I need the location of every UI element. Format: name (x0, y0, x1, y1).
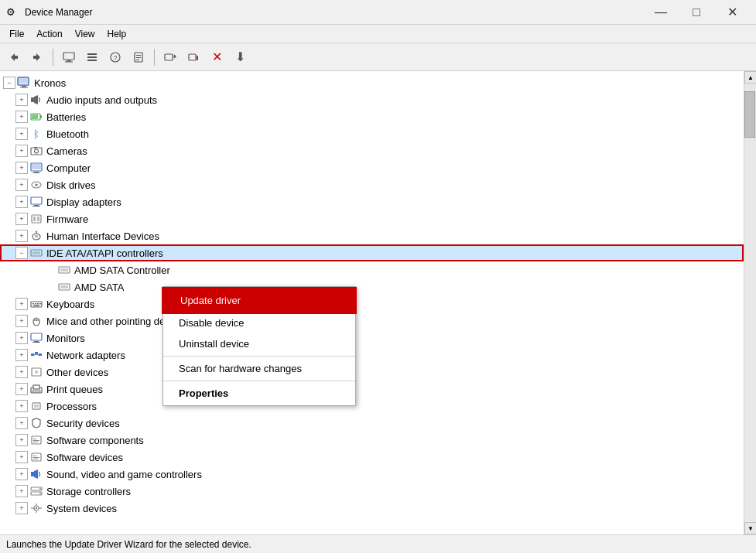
title-controls: — □ ✕ (643, 0, 750, 25)
ide-expand[interactable]: − (15, 247, 28, 259)
context-properties[interactable]: Properties (163, 383, 355, 404)
tree-item-security[interactable]: + Security devices (0, 415, 744, 432)
batteries-label: Batteries (46, 111, 86, 123)
svg-rect-90 (33, 459, 38, 459)
menu-view[interactable]: View (69, 27, 101, 41)
menu-bar: File Action View Help (0, 25, 756, 43)
help-button[interactable]: ? (104, 46, 126, 68)
root-label: Kronos (34, 77, 66, 89)
tree-item-bluetooth[interactable]: + ᛒ Bluetooth (0, 125, 744, 142)
scan-button[interactable] (159, 46, 181, 68)
tree-item-batteries[interactable]: + Batteries (0, 108, 744, 125)
tree-item-audio[interactable]: + Audio inputs and outputs (0, 91, 744, 108)
tree-item-display[interactable]: + Display adapters (0, 193, 744, 210)
mice-expand[interactable]: + (15, 315, 28, 327)
amd-sata-controller-icon (57, 264, 71, 276)
tree-item-computer[interactable]: + Computer (0, 159, 744, 176)
scroll-up[interactable]: ▲ (744, 71, 756, 84)
tree-item-system[interactable]: + System devices (0, 500, 744, 517)
update-button[interactable]: ⬇ (229, 46, 251, 68)
tree-item-amd-sata-controller[interactable]: AMD SATA Controller (0, 261, 744, 278)
svg-rect-26 (32, 114, 38, 119)
cameras-expand[interactable]: + (15, 145, 28, 157)
tree-item-firmware[interactable]: + Firmware (0, 210, 744, 227)
computer-button[interactable] (58, 46, 80, 68)
tree-item-amd-sata[interactable]: AMD SATA (0, 278, 744, 295)
keyboards-icon (29, 298, 43, 310)
sound-expand[interactable]: + (15, 468, 28, 480)
tree-item-print[interactable]: + Print queues (0, 381, 744, 398)
bluetooth-label: Bluetooth (46, 128, 89, 140)
tree-item-ide[interactable]: − IDE ATA/ATAPI controllers (0, 244, 744, 261)
tree-item-mice[interactable]: + Mice and other pointing devices (0, 312, 744, 329)
tree-root[interactable]: − Kronos (0, 74, 744, 91)
sw-components-icon (29, 434, 43, 446)
audio-expand[interactable]: + (15, 94, 28, 106)
network-expand[interactable]: + (15, 349, 28, 361)
cameras-icon (29, 145, 43, 157)
minimize-button[interactable]: — (643, 0, 679, 25)
svg-rect-88 (33, 456, 36, 456)
scroll-thumb[interactable] (744, 91, 755, 138)
keyboards-expand[interactable]: + (15, 298, 28, 310)
context-disable-device[interactable]: Disable device (163, 312, 355, 333)
print-expand[interactable]: + (15, 383, 28, 395)
security-expand[interactable]: + (15, 417, 28, 429)
sw-devices-expand[interactable]: + (15, 451, 28, 463)
tree-item-disk[interactable]: + Disk drives (0, 176, 744, 193)
add-button[interactable] (183, 46, 204, 68)
firmware-expand[interactable]: + (15, 213, 28, 225)
hid-expand[interactable]: + (15, 230, 28, 242)
tree-item-sound[interactable]: + Sound, video and game controllers (0, 466, 744, 483)
tree-item-network[interactable]: + Network adapters (0, 346, 744, 364)
menu-action[interactable]: Action (30, 27, 68, 41)
root-expand[interactable]: − (3, 77, 15, 89)
context-update-driver[interactable]: Update driver (163, 288, 355, 312)
tree-item-cameras[interactable]: + Cameras (0, 142, 744, 159)
svg-rect-13 (136, 60, 139, 60)
forward-button[interactable] (26, 46, 48, 68)
tree-item-monitors[interactable]: + Monitors (0, 329, 744, 346)
sw-devices-label: Software devices (46, 452, 123, 463)
menu-file[interactable]: File (3, 27, 30, 41)
disk-expand[interactable]: + (15, 179, 28, 191)
menu-help[interactable]: Help (101, 27, 133, 41)
back-button[interactable] (3, 46, 25, 68)
tree-item-hid[interactable]: + Human Interface Devices (0, 227, 744, 244)
svg-rect-6 (87, 56, 97, 58)
svg-rect-89 (33, 457, 39, 458)
context-uninstall-device[interactable]: Uninstall device (163, 333, 355, 354)
scrollbar[interactable]: ▲ ▼ (744, 71, 756, 534)
remove-button[interactable]: ✕ (206, 46, 227, 68)
svg-rect-56 (37, 303, 39, 305)
maximize-button[interactable]: □ (679, 0, 714, 25)
tree-item-keyboards[interactable]: + Keyboards (0, 295, 744, 312)
list-button[interactable] (81, 46, 103, 68)
storage-expand[interactable]: + (15, 485, 28, 497)
svg-rect-62 (31, 333, 42, 340)
svg-rect-37 (31, 197, 42, 204)
tree-item-sw-components[interactable]: + Software components (0, 432, 744, 449)
bluetooth-expand[interactable]: + (15, 128, 28, 140)
sw-components-expand[interactable]: + (15, 434, 28, 446)
other-expand[interactable]: + (15, 366, 28, 378)
processors-expand[interactable]: + (15, 400, 28, 412)
properties-button[interactable] (128, 46, 149, 68)
tree-item-processors[interactable]: + Processors (0, 398, 744, 415)
device-tree[interactable]: − Kronos + Audio inputs and outputs + Ba… (0, 71, 744, 534)
audio-icon (29, 94, 43, 106)
batteries-expand[interactable]: + (15, 111, 28, 123)
close-button[interactable]: ✕ (714, 0, 750, 25)
main-content: − Kronos + Audio inputs and outputs + Ba… (0, 71, 756, 534)
display-expand[interactable]: + (15, 196, 28, 208)
tree-item-sw-devices[interactable]: + Software devices (0, 449, 744, 466)
svg-point-45 (36, 231, 37, 233)
scroll-down[interactable]: ▼ (744, 522, 756, 534)
tree-item-other[interactable]: + Other devices (0, 364, 744, 381)
computer-expand[interactable]: + (15, 162, 28, 174)
tree-item-storage[interactable]: + Storage controllers (0, 483, 744, 500)
monitors-expand[interactable]: + (15, 332, 28, 344)
context-scan-hardware[interactable]: Scan for hardware changes (163, 358, 355, 379)
scroll-track[interactable] (744, 84, 756, 522)
system-expand[interactable]: + (15, 502, 28, 514)
